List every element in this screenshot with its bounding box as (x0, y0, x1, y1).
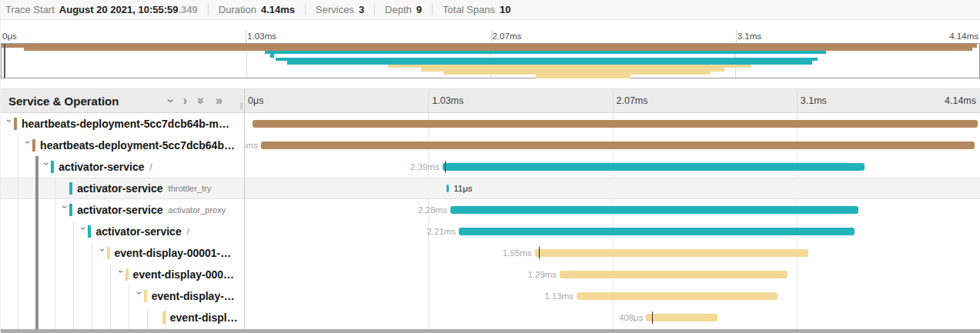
span-name-cell[interactable]: ›event-display-… (1, 285, 244, 307)
span-name-cell[interactable]: ›heartbeats-deployment-5cc7dcb64b-m… (1, 113, 244, 135)
operation-name: / (149, 162, 152, 171)
span-name-cell[interactable]: ›activator-serviceactivator_proxy (1, 199, 244, 221)
depth-group: Depth 9 (374, 4, 432, 15)
service-name: event-display-000… (133, 268, 235, 281)
expand-chevron-icon[interactable]: › (60, 205, 69, 215)
span-name-cell[interactable]: ›event-display-000… (1, 264, 244, 285)
span-row: ›activator-serviceactivator_proxy2.28ms (1, 199, 980, 221)
span-row: ›activator-service/2.21ms (1, 221, 980, 242)
duration-group: Duration 4.14ms (208, 4, 305, 15)
expand-chevron-icon[interactable]: › (79, 227, 88, 236)
span-row: ›heartbeats-deployment-5cc7dcb64b-m… (1, 113, 980, 135)
expand-chevron-icon[interactable]: › (23, 141, 32, 150)
span-name-cell[interactable]: ›activator-service/ (1, 156, 244, 178)
span-row: ›activator-service/2.39ms (1, 156, 980, 178)
minimap-span-bar (536, 75, 630, 78)
trace-start-value: August 20 2021, 10:55:59 (59, 4, 179, 15)
span-timeline-cell[interactable] (244, 113, 980, 135)
operation-name: throttler_try (169, 184, 212, 193)
span-name-cell[interactable]: ›activator-servicethrottler_try (1, 178, 244, 199)
expand-chevron-icon[interactable]: › (42, 162, 51, 171)
service-color-chip (162, 311, 166, 324)
expand-chevron-icon[interactable]: › (135, 291, 144, 301)
span-duration-bar[interactable] (443, 163, 865, 171)
span-timeline-cell[interactable]: 2.21ms (244, 221, 980, 242)
span-log-tick (652, 311, 654, 324)
duration-label: Duration (219, 4, 256, 15)
span-timeline-cell[interactable]: 11μs (244, 178, 980, 199)
timeline-header-label: 4.14ms (945, 95, 976, 106)
span-duration-label: 1.13ms (544, 291, 574, 301)
service-name: event-display-00001-… (115, 247, 232, 259)
double-chevron-down-icon[interactable]: » (196, 98, 208, 105)
span-duration-bar[interactable] (535, 249, 809, 257)
depth-value: 9 (416, 4, 422, 15)
span-timeline-cell[interactable]: 1.55ms (244, 242, 980, 264)
span-row: ›activator-servicethrottler_try11μs (1, 178, 980, 199)
span-name-cell[interactable]: ›event-displ… (1, 307, 244, 328)
trace-summary-bar: Trace Start August 20 2021, 10:55:59.349… (1, 0, 980, 20)
span-duration-label: 2.21ms (426, 227, 456, 236)
trace-start-group: Trace Start August 20 2021, 10:55:59.349 (5, 4, 208, 15)
viewport-scrubber-left[interactable] (4, 44, 5, 78)
minimap-span-bar (270, 54, 273, 58)
span-duration-label: 1.55ms (503, 248, 532, 258)
service-name: event-display-… (152, 290, 235, 302)
trace-timeline-view: Trace Start August 20 2021, 10:55:59.349… (0, 0, 980, 333)
span-duration-bar[interactable] (253, 120, 978, 128)
chevron-right-icon[interactable]: › (183, 95, 187, 107)
duration-value: 4.14ms (261, 4, 295, 15)
chevron-down-icon[interactable]: › (164, 98, 176, 102)
span-duration-bar[interactable] (646, 314, 717, 321)
time-ruler: 0μs1.03ms2.07ms3.1ms4.14ms (1, 20, 980, 43)
span-timeline-cell[interactable]: 408μs (244, 307, 980, 328)
timeline-header-gridline (613, 89, 614, 112)
span-duration-label: 2.28ms (418, 205, 447, 215)
column-resizer-grip[interactable]: ‖ (240, 102, 242, 111)
span-duration-bar[interactable] (577, 292, 778, 300)
expand-chevron-icon[interactable]: › (5, 119, 14, 128)
expand-chevron-icon[interactable]: › (98, 248, 107, 258)
total-spans-group: Total Spans 10 (432, 4, 520, 15)
ruler-tick (736, 30, 737, 43)
span-timeline-cell[interactable]: 1.13ms (244, 285, 980, 307)
ruler-tick-label: 2.07ms (493, 32, 522, 41)
span-duration-bar[interactable] (560, 271, 788, 278)
trace-minimap[interactable] (1, 43, 980, 78)
timeline-header-label: 0μs (248, 95, 263, 106)
horizontal-scrollbar[interactable] (1, 329, 980, 333)
trace-start-label: Trace Start (5, 4, 55, 15)
service-operation-header: Service & Operation ››»» ‖ (1, 89, 244, 112)
span-duration-label: 4ms (244, 141, 258, 150)
span-duration-label: 1.29ms (527, 270, 557, 279)
timeline-header-gridline (797, 89, 798, 112)
ruler-tick (246, 30, 246, 43)
double-chevron-right-icon[interactable]: » (216, 95, 222, 107)
service-name: heartbeats-deployment-5cc7dcb64b… (40, 139, 235, 152)
services-label: Services (316, 4, 354, 15)
span-duration-bar[interactable] (447, 185, 449, 192)
service-operation-title: Service & Operation (8, 95, 119, 108)
span-row: ›event-display-00001-…1.55ms (1, 242, 980, 264)
span-name-cell[interactable]: ›activator-service/ (1, 221, 244, 242)
span-duration-bar[interactable] (450, 206, 859, 214)
span-timeline-cell[interactable]: 2.39ms (244, 156, 980, 178)
span-timeline-cell[interactable]: 2.28ms (244, 199, 980, 221)
timeline-header-label: 2.07ms (617, 95, 648, 106)
span-name-cell[interactable]: ›heartbeats-deployment-5cc7dcb64b… (1, 135, 244, 156)
services-value: 3 (359, 4, 364, 15)
timeline-header-label: 1.03ms (432, 95, 463, 106)
span-timeline-cell[interactable]: 1.29ms (244, 264, 980, 285)
column-divider[interactable] (244, 88, 245, 329)
span-row: ›event-displ…408μs (1, 307, 980, 328)
service-color-chip (69, 182, 72, 195)
span-timeline-cell[interactable]: 4ms (244, 135, 980, 156)
span-name-cell[interactable]: ›event-display-00001-… (1, 242, 244, 264)
timeline-header: 0μs1.03ms2.07ms3.1ms4.14ms (244, 89, 980, 112)
span-table-header: Service & Operation ››»» ‖ 0μs1.03ms2.07… (1, 88, 980, 113)
service-name: activator-service (77, 182, 162, 195)
span-duration-bar[interactable] (261, 142, 975, 149)
expand-chevron-icon[interactable]: › (116, 270, 125, 279)
span-duration-bar[interactable] (459, 228, 854, 235)
ruler-tick-label: 3.1ms (738, 32, 761, 41)
